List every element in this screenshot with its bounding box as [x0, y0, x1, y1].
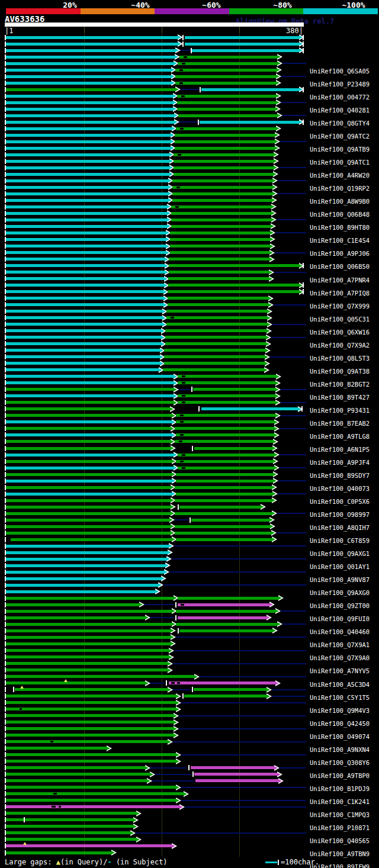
alignment-bar-segment[interactable]	[6, 329, 161, 332]
alignment-bar-segment[interactable]	[177, 101, 276, 104]
alignment-bar-segment[interactable]	[6, 525, 171, 528]
alignment-bar-segment[interactable]	[6, 375, 174, 378]
alignment-bar-segment[interactable]	[6, 649, 169, 652]
alignment-bar-segment[interactable]	[6, 681, 145, 684]
alignment-bar-segment[interactable]	[6, 668, 168, 671]
alignment-bar-segment[interactable]	[6, 564, 165, 567]
alignment-bar-segment[interactable]	[6, 121, 174, 124]
alignment-bar-segment[interactable]	[15, 688, 168, 691]
alignment-bar-segment[interactable]	[6, 532, 171, 535]
alignment-bar-segment[interactable]	[178, 401, 275, 404]
alignment-bar-segment[interactable]	[172, 179, 272, 182]
alignment-bar-segment[interactable]	[6, 721, 174, 724]
alignment-bar-segment[interactable]	[6, 838, 136, 841]
alignment-bar-segment[interactable]	[6, 799, 176, 802]
alignment-bar-segment[interactable]	[6, 62, 174, 65]
alignment-bar-segment[interactable]	[171, 205, 271, 208]
alignment-bar-segment[interactable]	[6, 473, 172, 476]
alignment-bar-segment[interactable]	[6, 662, 168, 665]
alignment-bar-segment[interactable]	[6, 199, 168, 202]
alignment-bar-segment[interactable]	[6, 636, 171, 639]
alignment-bar-segment[interactable]	[6, 577, 161, 580]
alignment-bar-segment[interactable]	[6, 642, 171, 645]
alignment-bar-segment[interactable]	[169, 264, 299, 267]
alignment-bar-segment[interactable]	[178, 114, 277, 117]
alignment-bar-segment[interactable]	[6, 36, 178, 39]
alignment-bar-segment[interactable]	[6, 127, 172, 130]
alignment-bar-segment[interactable]	[6, 355, 160, 358]
alignment-bar-segment[interactable]	[6, 147, 171, 150]
alignment-bar-segment[interactable]	[6, 734, 174, 737]
alignment-bar-segment[interactable]	[179, 629, 272, 632]
alignment-bar-segment[interactable]	[164, 355, 265, 358]
alignment-bar-segment[interactable]	[6, 95, 173, 98]
alignment-bar-segment[interactable]	[178, 603, 269, 606]
alignment-bar-segment[interactable]	[6, 420, 172, 423]
alignment-bar-segment[interactable]	[6, 49, 175, 52]
alignment-bar-segment[interactable]	[176, 433, 274, 436]
alignment-bar-segment[interactable]	[6, 290, 163, 293]
alignment-bar-segment[interactable]	[6, 805, 179, 808]
alignment-bar-segment[interactable]	[6, 192, 168, 195]
alignment-bar-segment[interactable]	[6, 303, 163, 306]
alignment-bar-segment[interactable]	[6, 708, 176, 711]
alignment-bar-segment[interactable]	[168, 284, 299, 287]
alignment-bar-segment[interactable]	[6, 310, 162, 313]
alignment-bar-segment[interactable]	[179, 506, 261, 509]
alignment-bar-segment[interactable]	[163, 368, 264, 371]
alignment-bar-segment[interactable]	[6, 160, 169, 163]
alignment-bar-segment[interactable]	[169, 681, 275, 684]
alignment-bar-segment[interactable]	[6, 740, 168, 743]
alignment-bar-segment[interactable]	[6, 407, 170, 410]
alignment-bar-segment[interactable]	[6, 440, 171, 443]
alignment-bar-segment[interactable]	[6, 251, 166, 254]
alignment-bar-segment[interactable]	[11, 538, 172, 541]
alignment-bar-segment[interactable]	[6, 792, 184, 795]
alignment-bar-segment[interactable]	[185, 36, 299, 39]
alignment-bar-segment[interactable]	[174, 173, 273, 176]
alignment-bar-segment[interactable]	[6, 179, 168, 182]
alignment-bar-segment[interactable]	[6, 316, 162, 319]
alignment-bar-segment[interactable]	[6, 336, 161, 339]
alignment-bar-segment[interactable]	[166, 323, 267, 326]
alignment-bar-segment[interactable]	[6, 747, 107, 750]
alignment-bar-segment[interactable]	[170, 251, 269, 254]
alignment-bar-segment[interactable]	[175, 440, 273, 443]
alignment-bar-segment[interactable]	[6, 571, 164, 574]
alignment-bar-segment[interactable]	[6, 401, 174, 404]
alignment-bar-segment[interactable]	[176, 610, 275, 613]
alignment-bar-segment[interactable]	[178, 616, 266, 619]
alignment-bar-segment[interactable]	[175, 525, 270, 528]
alignment-bar-segment[interactable]	[175, 486, 272, 489]
alignment-bar-segment[interactable]	[6, 166, 169, 169]
alignment-bar-segment[interactable]	[6, 584, 158, 587]
alignment-bar-segment[interactable]	[6, 480, 172, 483]
alignment-bar-segment[interactable]	[6, 655, 169, 658]
alignment-bar-segment[interactable]	[178, 394, 275, 397]
alignment-bar-segment[interactable]	[184, 695, 266, 697]
alignment-bar-segment[interactable]	[194, 447, 272, 450]
alignment-bar-segment[interactable]	[6, 629, 171, 632]
alignment-bar-segment[interactable]	[6, 297, 163, 300]
alignment-bar-segment[interactable]	[6, 506, 171, 509]
alignment-bar-segment[interactable]	[6, 173, 169, 176]
alignment-bar-segment[interactable]	[178, 597, 278, 600]
alignment-bar-segment[interactable]	[175, 499, 272, 502]
alignment-bar-segment[interactable]	[6, 812, 136, 815]
alignment-bar-segment[interactable]	[175, 147, 275, 150]
alignment-bar-segment[interactable]	[6, 818, 133, 821]
alignment-bar-segment[interactable]	[6, 597, 174, 600]
alignment-bar-segment[interactable]	[6, 603, 139, 606]
alignment-bar-segment[interactable]	[164, 362, 265, 365]
alignment-bar-segment[interactable]	[185, 43, 299, 46]
alignment-bar-segment[interactable]	[171, 218, 271, 221]
alignment-bar-segment[interactable]	[168, 277, 269, 280]
alignment-bar-segment[interactable]	[6, 447, 171, 450]
alignment-bar-segment[interactable]	[174, 153, 274, 156]
alignment-bar-segment[interactable]	[166, 316, 267, 319]
alignment-bar-segment[interactable]	[6, 512, 171, 515]
alignment-bar-segment[interactable]	[6, 362, 160, 365]
alignment-bar-segment[interactable]	[192, 49, 299, 52]
alignment-bar-segment[interactable]	[6, 114, 174, 117]
alignment-bar-segment[interactable]	[164, 349, 265, 352]
